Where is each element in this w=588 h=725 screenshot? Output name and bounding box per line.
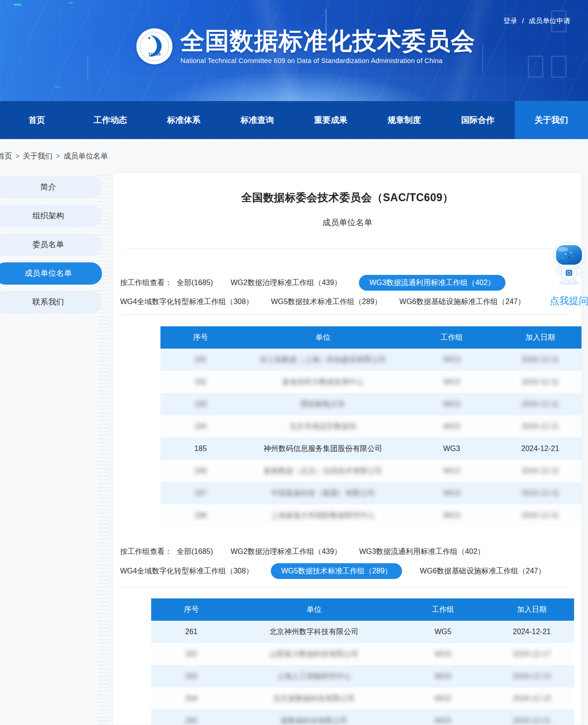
member-apply-link[interactable]: 成员单位申请 xyxy=(529,17,570,25)
filter-option[interactable]: WG2数据治理标准工作组（439） xyxy=(230,547,341,557)
breadcrumb-item: 成员单位名单 xyxy=(64,152,108,160)
site-subtitle: National Technical Committee 609 on Data… xyxy=(180,57,475,64)
sidebar-item-组织架构[interactable]: 组织架构 xyxy=(0,205,102,227)
table-cell: 2024-12-21 xyxy=(490,710,574,725)
table-cell-text: 上海某某大学国际数据研究中心 xyxy=(271,511,375,519)
table-cell: 181 xyxy=(160,349,241,371)
table-cell-text: 北京某数据科技有限公司 xyxy=(273,694,355,702)
robot-icon xyxy=(550,242,588,286)
breadcrumb-item[interactable]: 首页 xyxy=(0,152,12,160)
table-header-cell: 工作组 xyxy=(396,598,490,621)
table-cell-text: WG3 xyxy=(443,445,460,452)
filter-option[interactable]: WG6数据基础设施标准工作组（247） xyxy=(420,566,545,576)
filter-row: 按工作组查看： 全部(1685)WG2数据治理标准工作组（439）WG3数据流通… xyxy=(113,547,582,557)
filter-option[interactable]: WG5数据技术标准工作组（289） xyxy=(271,297,382,307)
table-cell-text: 长三角数据（上海）科技建设有限公司 xyxy=(260,356,386,363)
nav-item-规章制度[interactable]: 规章制度 xyxy=(368,101,441,139)
table-cell-text: 2024-12-11 xyxy=(522,400,559,408)
filter-option[interactable]: WG4全域数字化转型标准工作组（308） xyxy=(120,297,253,307)
table-cell-text: 182 xyxy=(194,378,207,386)
table-cell-text: 2024-12-11 xyxy=(522,356,559,363)
filter-option[interactable]: WG3数据流通利用标准工作组（402） xyxy=(359,547,485,557)
table-cell: 山西某大数据科技有限公司 xyxy=(231,643,396,665)
table-cell-text: 186 xyxy=(194,467,207,475)
breadcrumb: 首页>关于我们>成员单位名单 xyxy=(0,152,108,161)
table-cell-text: 2024-12-17 xyxy=(513,650,551,658)
nav-item-标准查询[interactable]: 标准查询 xyxy=(221,101,294,139)
table-row: 184北京市海淀区数据局WG32024-12-11 xyxy=(160,415,582,438)
table-cell: 182 xyxy=(160,371,241,393)
table-cell: 2024-12-17 xyxy=(490,643,574,665)
filter-option[interactable]: 全部(1685) xyxy=(177,278,213,288)
table-cell: WG3 xyxy=(405,415,498,438)
filter-row: WG4全域数字化转型标准工作组（308）WG5数据技术标准工作组（289）WG6… xyxy=(113,563,582,579)
divider xyxy=(126,248,569,249)
nav-item-重要成果[interactable]: 重要成果 xyxy=(294,101,368,139)
table-cell-text: 264 xyxy=(185,694,198,702)
table-cell: WG3 xyxy=(405,460,498,482)
table-cell-text: 上海人工智能研究中心 xyxy=(277,672,351,680)
table-cell-text: 2024-12-21 xyxy=(513,628,551,636)
table-cell-text: 山西某大数据科技有限公司 xyxy=(269,650,358,658)
nav-item-工作动态[interactable]: 工作动态 xyxy=(74,101,147,139)
auth-separator: / xyxy=(522,17,524,25)
table-cell: 某某数据（北京）信息技术有限公司 xyxy=(241,460,405,482)
table-cell-text: 188 xyxy=(194,511,207,519)
table-cell-text: 北京神州数字科技有限公司 xyxy=(269,628,358,636)
table-cell-text: 某某数据（北京）信息技术有限公司 xyxy=(263,467,382,475)
table-body: 181长三角数据（上海）科技建设有限公司WG32024-12-11182某省农村… xyxy=(160,349,582,527)
sidebar-item-委员名单[interactable]: 委员名单 xyxy=(0,234,102,256)
table-cell-text: WG3 xyxy=(443,511,460,519)
table-cell: 264 xyxy=(151,687,231,710)
table-cell-text: WG5 xyxy=(435,628,451,636)
table-cell: WG5 xyxy=(396,643,490,665)
page: 登录 / 成员单位申请 TC609 全国数据标准化技术委员会 National … xyxy=(0,0,588,725)
header-decoration xyxy=(14,4,21,6)
table-cell-text: WG5 xyxy=(435,717,451,725)
member-table: 序号单位工作组加入日期 181长三角数据（上海）科技建设有限公司WG32024-… xyxy=(160,326,582,527)
filter-option[interactable]: WG3数据流通利用标准工作组（402） xyxy=(359,275,505,291)
chatbot-widget[interactable] xyxy=(550,242,588,288)
table-cell: WG5 xyxy=(396,665,490,687)
member-section: 按工作组查看： 全部(1685)WG2数据治理标准工作组（439）WG3数据流通… xyxy=(113,547,582,725)
table-cell-text: 某数据科技有限公司 xyxy=(281,717,347,725)
table-cell: 188 xyxy=(160,504,241,527)
logo-text: TC609 xyxy=(148,52,160,57)
table-cell: WG5 xyxy=(396,710,490,725)
table-header-cell: 加入日期 xyxy=(490,598,574,621)
table-cell-text: WG5 xyxy=(435,672,451,680)
sidebar-item-成员单位名单[interactable]: 成员单位名单 xyxy=(0,262,102,285)
login-link[interactable]: 登录 xyxy=(503,17,517,25)
table-cell-text: 西安邮电大学 xyxy=(300,400,345,408)
header-decoration xyxy=(528,56,543,78)
filter-option[interactable]: WG4全域数字化转型标准工作组（308） xyxy=(120,566,253,576)
sidebar-item-联系我们[interactable]: 联系我们 xyxy=(0,291,102,313)
chatbot-label[interactable]: 点我提问 xyxy=(546,294,588,307)
filter-option[interactable]: 全部(1685) xyxy=(177,547,213,557)
member-section: 按工作组查看： 全部(1685)WG2数据治理标准工作组（439）WG3数据流通… xyxy=(113,275,582,527)
table-cell-text: WG3 xyxy=(443,378,460,386)
table-cell: 2024-12-11 xyxy=(498,504,582,527)
content-card: 全国数据标委会技术委员会（SAC/TC609） 成员单位名单 按工作组查看： 全… xyxy=(113,172,582,725)
table-row: 264北京某数据科技有限公司WG52024-12-13 xyxy=(151,687,574,710)
table-cell: 2024-12-11 xyxy=(498,371,582,393)
sidebar-item-简介[interactable]: 简介 xyxy=(0,176,102,198)
table-cell: 2024-12-21 xyxy=(490,621,574,643)
page-title: 全国数据标委会技术委员会（SAC/TC609） xyxy=(113,191,582,205)
filter-option[interactable]: WG5数据技术标准工作组（289） xyxy=(271,563,402,579)
nav-item-关于我们[interactable]: 关于我们 xyxy=(515,101,588,139)
breadcrumb-item[interactable]: 关于我们 xyxy=(23,152,52,160)
main-nav: 首页工作动态标准体系标准查询重要成果规章制度国际合作关于我们 xyxy=(0,101,588,139)
nav-item-国际合作[interactable]: 国际合作 xyxy=(441,101,515,139)
filter-option[interactable]: WG6数据基础设施标准工作组（247） xyxy=(399,297,525,307)
nav-item-首页[interactable]: 首页 xyxy=(0,101,74,139)
nav-item-标准体系[interactable]: 标准体系 xyxy=(147,101,221,139)
table-cell: 183 xyxy=(160,393,241,415)
header-decoration xyxy=(482,45,483,72)
filter-option[interactable]: WG2数据治理标准工作组（439） xyxy=(230,278,341,288)
divider xyxy=(120,314,569,315)
table-cell: WG3 xyxy=(405,482,498,504)
table-cell: 上海人工智能研究中心 xyxy=(231,665,396,687)
table-cell-text: 神州数码信息服务集团股份有限公司 xyxy=(263,445,382,452)
table-cell-text: WG3 xyxy=(443,467,460,475)
